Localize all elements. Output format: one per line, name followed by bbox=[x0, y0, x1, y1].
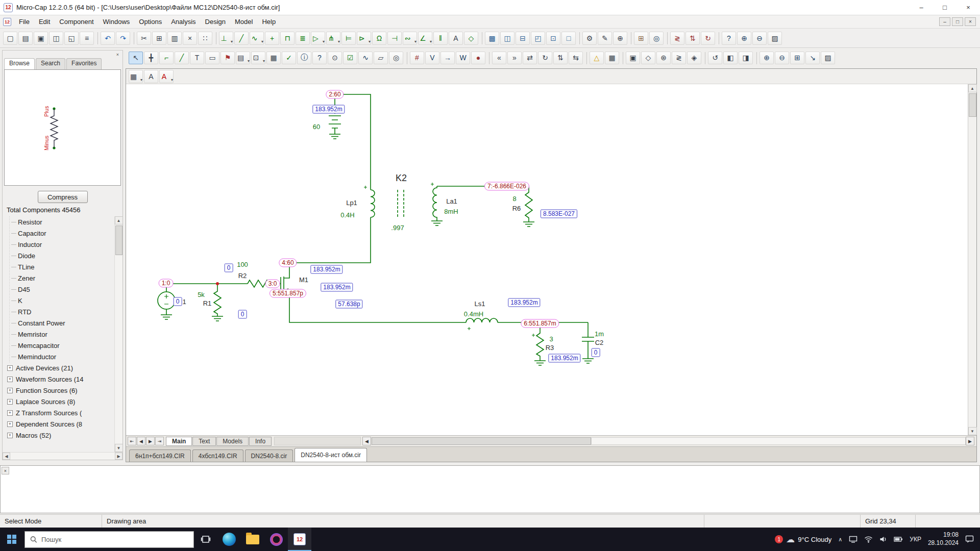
value-c2[interactable]: 1m bbox=[595, 330, 604, 338]
sidebar-close-button[interactable]: × bbox=[114, 51, 121, 58]
zoom-fit-button[interactable]: ↘ bbox=[805, 52, 820, 64]
flip-horizontal-button[interactable]: ⇆ bbox=[569, 52, 583, 64]
scroll-left-icon[interactable]: ◀ bbox=[3, 453, 10, 460]
select-mode-button[interactable]: ↖ bbox=[129, 52, 143, 64]
tree-item[interactable]: D45 bbox=[5, 284, 109, 295]
last-sheet-button[interactable]: ⇥ bbox=[155, 437, 164, 445]
tree-item[interactable]: Diode bbox=[5, 250, 109, 261]
redo-button[interactable]: ↷ bbox=[116, 32, 130, 45]
zoom-area-button[interactable]: ⊞ bbox=[790, 52, 804, 64]
battery-icon[interactable] bbox=[894, 536, 903, 542]
tree-item[interactable]: Zener bbox=[5, 272, 109, 284]
tile-horizontal-button[interactable]: ⊟ bbox=[516, 32, 530, 45]
file-tab-2[interactable]: 4хбсп149.CIR bbox=[192, 449, 243, 462]
mirror-button[interactable]: ⇄ bbox=[523, 52, 537, 64]
value-ls1[interactable]: 0.4mH bbox=[464, 310, 483, 318]
macro-button[interactable]: ◇ bbox=[464, 32, 478, 45]
part-r1[interactable]: R1 bbox=[203, 299, 212, 307]
branch-currents-button[interactable]: → bbox=[440, 52, 455, 64]
info-mode-button[interactable]: ⓘ bbox=[297, 52, 311, 64]
align-right-button[interactable]: » bbox=[507, 52, 522, 64]
tree-item[interactable]: RTD bbox=[5, 306, 109, 317]
tree-item[interactable]: Inductor bbox=[5, 239, 109, 250]
text-panel-close-button[interactable]: × bbox=[2, 467, 9, 474]
enable-toggle-button[interactable]: ☑ bbox=[343, 52, 357, 64]
text-mode-button[interactable]: T bbox=[190, 52, 204, 64]
save-as-button[interactable]: ◫ bbox=[49, 32, 63, 45]
compress-button[interactable]: Compress bbox=[38, 191, 88, 203]
speaker-icon[interactable] bbox=[879, 536, 887, 543]
mosfet-button[interactable]: ⊨ bbox=[341, 32, 356, 45]
grid-display-button[interactable]: ▦ bbox=[129, 70, 143, 83]
sheet-view-button[interactable]: ▱ bbox=[374, 52, 388, 64]
part-r2[interactable]: R2 bbox=[238, 272, 247, 280]
sheet-tab-text[interactable]: Text bbox=[192, 437, 216, 446]
pulse-source-button[interactable]: ⊓ bbox=[280, 32, 295, 45]
next-sheet-button[interactable]: ▶ bbox=[146, 437, 155, 445]
find-text-button[interactable]: ◎ bbox=[389, 52, 403, 64]
part-lp1[interactable]: Lp1 bbox=[346, 199, 357, 207]
add-node-button[interactable]: + bbox=[265, 32, 279, 45]
node-voltages-button[interactable]: V bbox=[425, 52, 439, 64]
value-drain-current[interactable]: 183.952m bbox=[310, 265, 342, 274]
file-tab-4[interactable]: DN2540-8-ист обм.cir bbox=[295, 448, 367, 462]
component-editor-button[interactable]: ⚙ bbox=[582, 32, 597, 45]
ground-component-button[interactable]: ⊥ bbox=[219, 32, 233, 45]
tree-group-item[interactable]: +Waveform Sources (14 bbox=[5, 373, 109, 385]
part-r3[interactable]: R3 bbox=[546, 344, 554, 352]
prev-sheet-button[interactable]: ◀ bbox=[137, 437, 145, 445]
print-button[interactable]: ≡ bbox=[80, 32, 94, 45]
package-editor-button[interactable]: ⊕ bbox=[613, 32, 627, 45]
sidebar-tab-browse[interactable]: Browse bbox=[4, 58, 35, 69]
tree-item[interactable]: Memristor bbox=[5, 329, 109, 340]
shape-editor-button[interactable]: ✎ bbox=[598, 32, 612, 45]
value-battery-current[interactable]: 183.952m bbox=[312, 105, 345, 114]
open-file-button[interactable]: ▤ bbox=[18, 32, 33, 45]
text-panel[interactable]: × bbox=[0, 465, 980, 513]
resistor-button[interactable]: Ω bbox=[372, 32, 386, 45]
battery-button[interactable]: ≣ bbox=[296, 32, 310, 45]
tree-item[interactable]: TLine bbox=[5, 261, 109, 272]
file-tab-3[interactable]: DN2540-8.cir bbox=[245, 449, 293, 462]
value-r3-ohms[interactable]: 3 bbox=[549, 335, 553, 343]
scroll-down-icon[interactable]: ▼ bbox=[968, 427, 977, 435]
search-input[interactable] bbox=[41, 536, 188, 543]
menu-item[interactable]: Help bbox=[257, 16, 280, 28]
capacitor-button[interactable]: ⊣ bbox=[387, 32, 402, 45]
value-r6-ohms[interactable]: 8 bbox=[512, 195, 516, 203]
part-k2[interactable]: K2 bbox=[396, 173, 407, 184]
zoom-in-button[interactable]: ⊕ bbox=[737, 32, 751, 45]
value-r2-ohms[interactable]: 100 bbox=[237, 261, 248, 268]
slider-tool-button[interactable]: ◈ bbox=[687, 52, 701, 64]
scroll-up-icon[interactable]: ▲ bbox=[968, 84, 977, 92]
minimize-button[interactable]: – bbox=[910, 0, 933, 15]
tree-group-item[interactable]: +Function Sources (6) bbox=[5, 385, 109, 396]
expand-icon[interactable]: + bbox=[7, 377, 13, 382]
expand-icon[interactable]: + bbox=[7, 399, 13, 405]
calculator-button[interactable]: ⊞ bbox=[634, 32, 648, 45]
node-label-5[interactable]: 5:551.857p bbox=[270, 289, 306, 298]
transistor-button[interactable]: ⋔ bbox=[326, 32, 340, 45]
paste-button[interactable]: ▥ bbox=[167, 32, 182, 45]
find-component-button[interactable]: ◎ bbox=[649, 32, 664, 45]
tree-scrollbar-thumb[interactable] bbox=[115, 226, 122, 255]
value-zero-r2[interactable]: 0 bbox=[225, 264, 233, 272]
value-zero-c2[interactable]: 0 bbox=[592, 348, 600, 357]
part-ls1[interactable]: Ls1 bbox=[475, 300, 485, 308]
tree-group-item[interactable]: +Z Transform Sources ( bbox=[5, 407, 109, 418]
part-r6[interactable]: R6 bbox=[512, 205, 521, 212]
expand-icon[interactable]: + bbox=[7, 410, 13, 416]
sheet-tab-models[interactable]: Models bbox=[216, 437, 249, 446]
align-left-button[interactable]: « bbox=[492, 52, 506, 64]
rotate-button[interactable]: ↻ bbox=[538, 52, 552, 64]
value-r6-voltage[interactable]: 8.583E-027 bbox=[541, 210, 577, 218]
stepping-button[interactable]: ≷ bbox=[670, 32, 684, 45]
language-indicator[interactable]: УКР bbox=[910, 536, 921, 543]
menu-item[interactable]: Windows bbox=[99, 16, 135, 28]
node-numbers-button[interactable]: # bbox=[410, 52, 424, 64]
value-r3-current[interactable]: 183.952m bbox=[548, 354, 580, 363]
value-r1-ohms[interactable]: 5k bbox=[198, 291, 205, 298]
menu-item[interactable]: Options bbox=[134, 16, 166, 28]
help-mode-button[interactable]: ? bbox=[312, 52, 327, 64]
tile-vertical-button[interactable]: ◫ bbox=[500, 32, 514, 45]
